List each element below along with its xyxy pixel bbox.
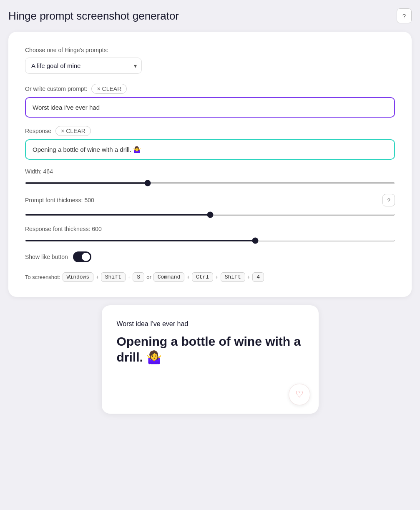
response-font-label: Response font thickness: 600: [25, 226, 102, 232]
clear-response-button[interactable]: × CLEAR: [55, 126, 91, 136]
kbd-command: Command: [153, 272, 185, 282]
preview-response-text: Opening a bottle of wine with a drill. 🤷…: [117, 334, 304, 365]
show-like-label: Show like button: [25, 254, 68, 260]
width-label: Width: 464: [25, 168, 53, 175]
kbd-s: S: [133, 272, 144, 282]
controls-card: Choose one of Hinge's prompts: A life go…: [8, 32, 412, 297]
kbd-windows: Windows: [63, 272, 94, 282]
like-button[interactable]: ♡: [289, 384, 310, 405]
custom-prompt-label-row: Or write custom prompt: × CLEAR: [25, 84, 395, 94]
prompt-font-label: Prompt font thickness: 500: [25, 197, 94, 203]
kbd-shift-2: Shift: [221, 272, 245, 282]
screenshot-prefix: To screenshot:: [25, 274, 60, 280]
response-label: Response: [25, 128, 51, 134]
page-title: Hinge prompt screenshot generator: [8, 10, 179, 23]
prompt-dropdown[interactable]: A life goal of mine Worst idea I've ever…: [25, 58, 142, 74]
prompt-section-label: Choose one of Hinge's prompts:: [25, 47, 395, 53]
clear-label-2: CLEAR: [66, 128, 86, 134]
width-slider[interactable]: [25, 182, 395, 184]
response-font-slider-section: Response font thickness: 600: [25, 226, 395, 243]
clear-label-1: CLEAR: [102, 85, 122, 92]
prompt-font-slider-section: Prompt font thickness: 500 ?: [25, 194, 395, 217]
show-like-toggle[interactable]: [73, 251, 91, 262]
preview-card: Worst idea I've ever had Opening a bottl…: [102, 305, 319, 414]
response-font-slider[interactable]: [25, 240, 395, 241]
width-slider-section: Width: 464: [25, 168, 395, 186]
screenshot-row: To screenshot: Windows + Shift + S or Co…: [25, 272, 395, 282]
clear-icon-1: ×: [97, 85, 100, 92]
preview-prompt-text: Worst idea I've ever had: [117, 320, 304, 328]
custom-prompt-label: Or write custom prompt:: [25, 85, 87, 92]
clear-icon-2: ×: [61, 128, 64, 134]
kbd-4: 4: [252, 272, 264, 282]
response-label-row: Response × CLEAR: [25, 126, 395, 136]
prompt-dropdown-wrapper: A life goal of mine Worst idea I've ever…: [25, 58, 142, 74]
show-like-row: Show like button: [25, 251, 395, 262]
prompt-font-slider[interactable]: [25, 214, 395, 216]
heart-icon: ♡: [295, 389, 304, 400]
clear-custom-prompt-button[interactable]: × CLEAR: [91, 84, 127, 94]
response-input[interactable]: [25, 139, 395, 160]
help-button[interactable]: ?: [397, 8, 412, 23]
kbd-ctrl: Ctrl: [192, 272, 213, 282]
prompt-font-help-button[interactable]: ?: [382, 194, 395, 206]
custom-prompt-input[interactable]: [25, 97, 395, 118]
kbd-shift-1: Shift: [101, 272, 126, 282]
